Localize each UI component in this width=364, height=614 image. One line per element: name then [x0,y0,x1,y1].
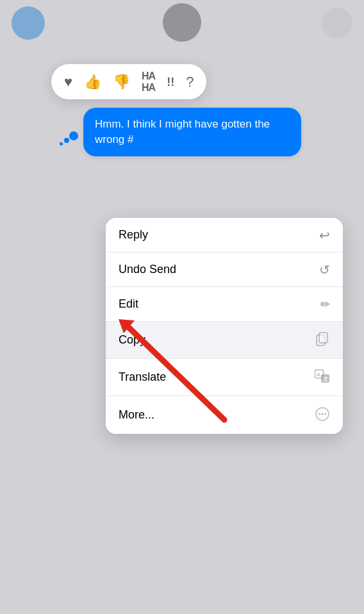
menu-item-undo-send[interactable]: Undo Send ↺ [106,253,343,287]
svg-point-8 [322,413,324,415]
context-menu: Reply ↩ Undo Send ↺ Edit ✏ Copy Translat… [106,218,343,434]
reaction-exclaim[interactable]: !! [167,76,174,88]
edit-icon: ✏ [320,299,330,310]
bubble-tail-large [69,131,78,140]
menu-label-translate: Translate [119,370,166,384]
copy-icon [316,332,330,348]
svg-rect-1 [319,333,327,343]
reaction-question[interactable]: ? [186,75,194,89]
translate-icon: A 文 [315,369,330,385]
reaction-heart[interactable]: ♥ [64,75,72,89]
bubble-tail-small [60,142,63,145]
avatar-left [12,6,45,40]
avatar-right [322,8,352,38]
menu-label-more: More... [119,408,154,422]
menu-label-undo-send: Undo Send [119,263,176,276]
menu-label-copy: Copy [119,333,145,347]
avatar-center [163,3,201,42]
menu-label-reply: Reply [119,228,148,242]
reaction-haha[interactable]: HAHA [142,71,155,93]
svg-point-7 [318,413,320,415]
reply-icon: ↩ [319,229,330,242]
svg-text:A: A [317,372,320,378]
message-text: Hmm. I think I might have gotten the wro… [95,118,270,145]
menu-item-copy[interactable]: Copy [106,322,343,359]
more-icon [315,406,330,424]
reaction-thumbsup[interactable]: 👍 [84,75,101,89]
svg-point-9 [324,413,326,415]
reaction-thumbsdown[interactable]: 👎 [113,75,130,89]
menu-item-more[interactable]: More... [106,396,343,434]
bubble-tail-medium [64,138,69,143]
menu-label-edit: Edit [119,297,138,311]
message-bubble: Hmm. I think I might have gotten the wro… [83,108,301,156]
menu-item-edit[interactable]: Edit ✏ [106,287,343,322]
menu-item-reply[interactable]: Reply ↩ [106,218,343,253]
svg-text:文: 文 [323,376,328,382]
undo-send-icon: ↺ [319,263,330,276]
reaction-bar: ♥ 👍 👎 HAHA !! ? [51,64,206,99]
menu-item-translate[interactable]: Translate A 文 [106,359,343,396]
